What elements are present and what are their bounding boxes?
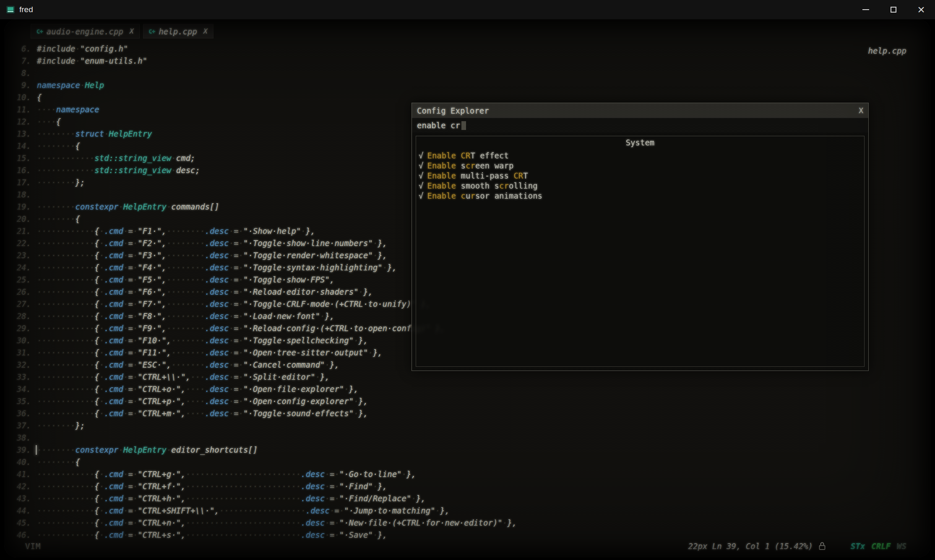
maximize-icon bbox=[891, 7, 896, 13]
line-number: 41. bbox=[4, 468, 31, 480]
config-item[interactable]: √Enable cursor animations bbox=[419, 191, 862, 201]
match-highlight: r bbox=[470, 191, 475, 200]
code-line: 43.············{·.cmd·=·"CTRL+h·",······… bbox=[4, 493, 517, 505]
line-number: 23. bbox=[4, 249, 31, 262]
code-line: 7.#include·"enum-utils.h" bbox=[4, 55, 517, 67]
line-number: 7. bbox=[4, 55, 31, 67]
editor-caret bbox=[36, 445, 37, 455]
config-section-header: System bbox=[419, 137, 862, 148]
line-number: 20. bbox=[4, 213, 31, 225]
line-number: 6. bbox=[4, 43, 31, 55]
code-line: 33.············{·.cmd·=·"CTRL+\\·",···.d… bbox=[4, 371, 517, 383]
status-flag-ws: WS bbox=[897, 542, 906, 551]
line-number: 38. bbox=[4, 432, 31, 444]
line-number: 19. bbox=[4, 201, 31, 213]
line-number: 17. bbox=[4, 176, 31, 189]
item-text: u bbox=[466, 191, 470, 200]
code-line: 40.········{ bbox=[4, 456, 517, 468]
line-number: 22. bbox=[4, 237, 31, 249]
line-number: 10. bbox=[4, 91, 31, 104]
code-line: 36.············{·.cmd·=·"CTRL+m·",····.d… bbox=[4, 407, 517, 420]
status-flag-stx: STx bbox=[851, 542, 865, 551]
line-number: 11. bbox=[4, 104, 31, 116]
config-item[interactable]: √Enable CRT effect bbox=[419, 150, 862, 161]
match-highlight: Enable c bbox=[427, 191, 466, 200]
cpp-file-icon: C+ bbox=[149, 28, 155, 35]
filename-badge: help.cpp bbox=[868, 46, 906, 55]
line-number: 45. bbox=[4, 517, 31, 529]
line-number: 35. bbox=[4, 395, 31, 407]
tab-close-icon[interactable]: X bbox=[203, 27, 208, 35]
line-number: 33. bbox=[4, 371, 31, 383]
item-text: een warp bbox=[475, 161, 514, 170]
line-number: 40. bbox=[4, 456, 31, 468]
status-right-group: 22px Ln 39, Col 1 (15.42%) STxCRLFWS bbox=[688, 541, 906, 551]
line-number: 31. bbox=[4, 347, 31, 359]
config-item[interactable]: √Enable smooth scrolling bbox=[419, 181, 862, 191]
config-item[interactable]: √Enable screen warp bbox=[419, 161, 862, 171]
code-line: 8. bbox=[4, 67, 517, 79]
window-controls: × bbox=[852, 0, 935, 19]
close-button[interactable]: × bbox=[907, 0, 935, 19]
code-line: 35.············{·.cmd·=·"CTRL+p·",····.d… bbox=[4, 395, 517, 407]
close-icon: × bbox=[917, 5, 925, 15]
app-icon bbox=[6, 5, 15, 14]
vim-mode-indicator: VIM bbox=[25, 542, 41, 551]
config-list: System √Enable CRT effect√Enable screen … bbox=[416, 136, 865, 367]
status-flag-crlf: CRLF bbox=[871, 542, 891, 551]
config-items: √Enable CRT effect√Enable screen warp√En… bbox=[419, 150, 862, 201]
match-highlight: cr bbox=[466, 161, 475, 170]
line-number: 28. bbox=[4, 310, 31, 322]
tab-help-cpp[interactable]: C+ help.cpp X bbox=[143, 24, 213, 38]
lock-icon bbox=[818, 541, 826, 551]
line-number: 25. bbox=[4, 274, 31, 286]
maximize-button[interactable] bbox=[880, 0, 907, 19]
item-text: olling bbox=[509, 181, 538, 190]
line-number: 44. bbox=[4, 505, 31, 517]
checkmark-icon: √ bbox=[419, 161, 423, 170]
item-text: smooth s bbox=[461, 181, 500, 190]
line-number: 16. bbox=[4, 164, 31, 176]
status-bar: VIM 22px Ln 39, Col 1 (15.42%) STxCRLFWS bbox=[25, 541, 906, 552]
code-line: 44.············{·.cmd·=·"CTRL+SHIFT+\\·"… bbox=[4, 505, 517, 517]
code-line: 45.············{·.cmd·=·"CTRL+n·",······… bbox=[4, 517, 517, 529]
item-text: T effect bbox=[470, 151, 509, 160]
match-highlight: Enable CR bbox=[427, 151, 470, 160]
line-number: 42. bbox=[4, 480, 31, 493]
line-number: 21. bbox=[4, 225, 31, 237]
line-number: 36. bbox=[4, 407, 31, 420]
code-line: 9.namespace·Help bbox=[4, 79, 517, 91]
checkmark-icon: √ bbox=[419, 181, 423, 190]
line-number: 24. bbox=[4, 262, 31, 274]
config-search-input[interactable]: enable cr bbox=[412, 118, 868, 132]
config-explorer-window: Config Explorer X enable cr System √Enab… bbox=[412, 103, 869, 371]
checkmark-icon: √ bbox=[419, 171, 423, 180]
tab-close-icon[interactable]: X bbox=[130, 27, 134, 35]
window-title: fred bbox=[19, 5, 33, 14]
line-number: 26. bbox=[4, 286, 31, 298]
line-number: 15. bbox=[4, 152, 31, 164]
tab-label: help.cpp bbox=[159, 27, 197, 36]
minimize-button[interactable] bbox=[852, 0, 880, 19]
code-line: 46.············{·.cmd·=·"CTRL+s·",······… bbox=[4, 529, 517, 541]
line-number: 13. bbox=[4, 128, 31, 140]
config-close-icon[interactable]: X bbox=[859, 106, 863, 115]
match-highlight: cr bbox=[499, 181, 509, 190]
minimize-icon bbox=[862, 9, 869, 10]
cpp-file-icon: C+ bbox=[36, 28, 43, 35]
config-explorer-titlebar[interactable]: Config Explorer X bbox=[412, 103, 868, 118]
item-text: multi-pass bbox=[461, 171, 514, 180]
window-titlebar: fred × bbox=[0, 0, 935, 19]
config-explorer-title: Config Explorer bbox=[417, 106, 489, 115]
config-search-query: enable cr bbox=[417, 121, 460, 130]
code-line: 38. bbox=[4, 432, 517, 444]
line-number: 12. bbox=[4, 116, 31, 128]
line-number: 34. bbox=[4, 383, 31, 395]
code-line: 37.········}; bbox=[4, 420, 517, 432]
status-flags: STxCRLFWS bbox=[851, 542, 906, 551]
line-number: 27. bbox=[4, 298, 31, 310]
checkmark-icon: √ bbox=[419, 191, 423, 200]
config-item[interactable]: √Enable multi-pass CRT bbox=[419, 171, 862, 181]
editor-screen: C+ audio-engine.cpp X C+ help.cpp X help… bbox=[4, 19, 931, 557]
tab-audio-engine-cpp[interactable]: C+ audio-engine.cpp X bbox=[31, 24, 139, 38]
